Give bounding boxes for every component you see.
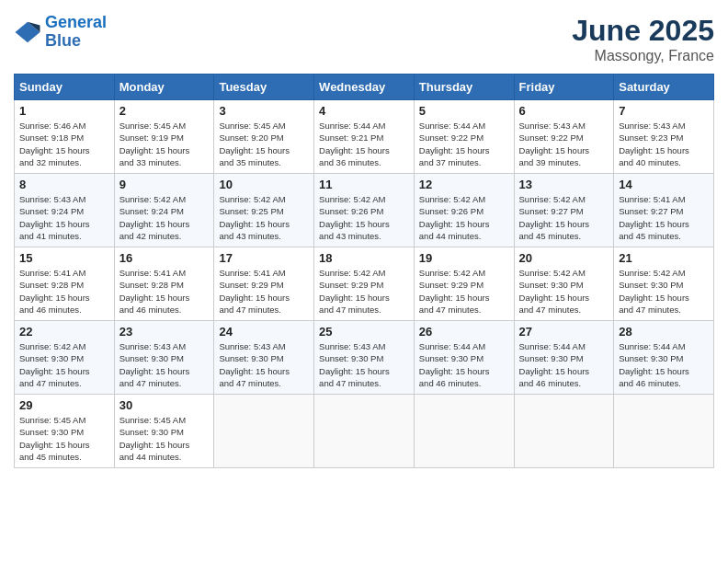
day-info: Sunrise: 5:44 AM Sunset: 9:30 PM Dayligh…	[519, 340, 609, 389]
weekday-header: Thursday	[414, 75, 514, 100]
calendar-cell: 4Sunrise: 5:44 AM Sunset: 9:21 PM Daylig…	[314, 100, 415, 174]
day-info: Sunrise: 5:44 AM Sunset: 9:21 PM Dayligh…	[319, 120, 409, 168]
weekday-header: Sunday	[15, 75, 115, 100]
day-number: 29	[19, 398, 109, 412]
day-number: 19	[419, 251, 509, 265]
day-info: Sunrise: 5:46 AM Sunset: 9:18 PM Dayligh…	[19, 120, 109, 168]
calendar-cell: 8Sunrise: 5:43 AM Sunset: 9:24 PM Daylig…	[15, 174, 115, 247]
day-number: 5	[419, 104, 509, 118]
calendar-week-row: 15Sunrise: 5:41 AM Sunset: 9:28 PM Dayli…	[15, 247, 714, 321]
day-number: 12	[419, 178, 509, 191]
day-info: Sunrise: 5:43 AM Sunset: 9:22 PM Dayligh…	[519, 120, 609, 168]
day-info: Sunrise: 5:44 AM Sunset: 9:30 PM Dayligh…	[619, 340, 709, 389]
calendar-cell: 19Sunrise: 5:42 AM Sunset: 9:29 PM Dayli…	[414, 247, 514, 321]
day-info: Sunrise: 5:43 AM Sunset: 9:30 PM Dayligh…	[219, 340, 309, 389]
day-number: 2	[119, 104, 210, 118]
calendar-cell: 6Sunrise: 5:43 AM Sunset: 9:22 PM Daylig…	[514, 100, 614, 174]
title-area: June 2025 Massongy, France	[572, 14, 714, 64]
day-info: Sunrise: 5:42 AM Sunset: 9:29 PM Dayligh…	[419, 267, 509, 316]
day-number: 27	[519, 325, 609, 339]
day-number: 30	[119, 398, 210, 412]
calendar-cell: 28Sunrise: 5:44 AM Sunset: 9:30 PM Dayli…	[614, 321, 714, 395]
calendar-cell: 26Sunrise: 5:44 AM Sunset: 9:30 PM Dayli…	[414, 321, 514, 395]
calendar-cell	[214, 395, 314, 468]
day-info: Sunrise: 5:41 AM Sunset: 9:29 PM Dayligh…	[219, 267, 309, 316]
calendar-cell: 3Sunrise: 5:45 AM Sunset: 9:20 PM Daylig…	[214, 100, 314, 174]
day-info: Sunrise: 5:43 AM Sunset: 9:24 PM Dayligh…	[19, 193, 109, 242]
logo-text: General Blue	[45, 14, 107, 51]
day-info: Sunrise: 5:45 AM Sunset: 9:30 PM Dayligh…	[19, 414, 109, 463]
day-info: Sunrise: 5:43 AM Sunset: 9:30 PM Dayligh…	[119, 340, 210, 389]
calendar-cell	[414, 395, 514, 468]
calendar-week-row: 1Sunrise: 5:46 AM Sunset: 9:18 PM Daylig…	[15, 100, 714, 174]
day-number: 14	[619, 178, 709, 191]
day-info: Sunrise: 5:42 AM Sunset: 9:30 PM Dayligh…	[519, 267, 609, 316]
day-number: 25	[319, 325, 409, 339]
day-number: 3	[219, 104, 309, 118]
day-info: Sunrise: 5:42 AM Sunset: 9:26 PM Dayligh…	[319, 193, 409, 242]
calendar-cell: 14Sunrise: 5:41 AM Sunset: 9:27 PM Dayli…	[614, 174, 714, 247]
day-number: 18	[319, 251, 409, 265]
calendar-cell: 27Sunrise: 5:44 AM Sunset: 9:30 PM Dayli…	[514, 321, 614, 395]
day-number: 11	[319, 178, 409, 191]
calendar-title: June 2025	[572, 14, 714, 48]
weekday-header: Saturday	[614, 75, 714, 100]
calendar-cell: 9Sunrise: 5:42 AM Sunset: 9:24 PM Daylig…	[114, 174, 214, 247]
day-number: 4	[319, 104, 409, 118]
calendar-cell: 12Sunrise: 5:42 AM Sunset: 9:26 PM Dayli…	[414, 174, 514, 247]
calendar-cell: 11Sunrise: 5:42 AM Sunset: 9:26 PM Dayli…	[314, 174, 415, 247]
day-number: 15	[19, 251, 109, 265]
header: General Blue June 2025 Massongy, France	[14, 14, 714, 64]
calendar-cell: 10Sunrise: 5:42 AM Sunset: 9:25 PM Dayli…	[214, 174, 314, 247]
calendar-cell: 17Sunrise: 5:41 AM Sunset: 9:29 PM Dayli…	[214, 247, 314, 321]
calendar-cell: 24Sunrise: 5:43 AM Sunset: 9:30 PM Dayli…	[214, 321, 314, 395]
day-info: Sunrise: 5:42 AM Sunset: 9:26 PM Dayligh…	[419, 193, 509, 242]
day-number: 17	[219, 251, 309, 265]
calendar-cell: 23Sunrise: 5:43 AM Sunset: 9:30 PM Dayli…	[114, 321, 214, 395]
weekday-header: Tuesday	[214, 75, 314, 100]
day-info: Sunrise: 5:44 AM Sunset: 9:30 PM Dayligh…	[419, 340, 509, 389]
day-info: Sunrise: 5:45 AM Sunset: 9:30 PM Dayligh…	[119, 414, 210, 463]
calendar-week-row: 29Sunrise: 5:45 AM Sunset: 9:30 PM Dayli…	[15, 395, 714, 468]
logo-icon	[14, 18, 41, 46]
day-number: 22	[19, 325, 109, 339]
day-number: 10	[219, 178, 309, 191]
calendar-week-row: 22Sunrise: 5:42 AM Sunset: 9:30 PM Dayli…	[15, 321, 714, 395]
calendar-cell	[314, 395, 415, 468]
calendar-cell: 1Sunrise: 5:46 AM Sunset: 9:18 PM Daylig…	[15, 100, 115, 174]
calendar-cell	[514, 395, 614, 468]
calendar-cell: 7Sunrise: 5:43 AM Sunset: 9:23 PM Daylig…	[614, 100, 714, 174]
day-info: Sunrise: 5:42 AM Sunset: 9:29 PM Dayligh…	[319, 267, 409, 316]
weekday-header: Wednesday	[314, 75, 415, 100]
calendar-cell: 18Sunrise: 5:42 AM Sunset: 9:29 PM Dayli…	[314, 247, 415, 321]
day-number: 13	[519, 178, 609, 191]
weekday-header: Friday	[514, 75, 614, 100]
calendar-cell: 21Sunrise: 5:42 AM Sunset: 9:30 PM Dayli…	[614, 247, 714, 321]
calendar-cell: 22Sunrise: 5:42 AM Sunset: 9:30 PM Dayli…	[15, 321, 115, 395]
day-number: 21	[619, 251, 709, 265]
calendar-cell: 13Sunrise: 5:42 AM Sunset: 9:27 PM Dayli…	[514, 174, 614, 247]
calendar-cell: 25Sunrise: 5:43 AM Sunset: 9:30 PM Dayli…	[314, 321, 415, 395]
day-number: 1	[19, 104, 109, 118]
day-info: Sunrise: 5:43 AM Sunset: 9:23 PM Dayligh…	[619, 120, 709, 168]
calendar-cell: 20Sunrise: 5:42 AM Sunset: 9:30 PM Dayli…	[514, 247, 614, 321]
calendar-body: 1Sunrise: 5:46 AM Sunset: 9:18 PM Daylig…	[15, 100, 714, 468]
logo: General Blue	[14, 14, 107, 51]
day-number: 7	[619, 104, 709, 118]
day-info: Sunrise: 5:44 AM Sunset: 9:22 PM Dayligh…	[419, 120, 509, 168]
day-info: Sunrise: 5:42 AM Sunset: 9:27 PM Dayligh…	[519, 193, 609, 242]
weekday-header-row: SundayMondayTuesdayWednesdayThursdayFrid…	[15, 75, 714, 100]
day-info: Sunrise: 5:45 AM Sunset: 9:19 PM Dayligh…	[119, 120, 210, 168]
day-info: Sunrise: 5:41 AM Sunset: 9:27 PM Dayligh…	[619, 193, 709, 242]
day-info: Sunrise: 5:45 AM Sunset: 9:20 PM Dayligh…	[219, 120, 309, 168]
day-info: Sunrise: 5:42 AM Sunset: 9:30 PM Dayligh…	[619, 267, 709, 316]
day-number: 20	[519, 251, 609, 265]
calendar-cell: 29Sunrise: 5:45 AM Sunset: 9:30 PM Dayli…	[15, 395, 115, 468]
day-info: Sunrise: 5:41 AM Sunset: 9:28 PM Dayligh…	[19, 267, 109, 316]
day-info: Sunrise: 5:41 AM Sunset: 9:28 PM Dayligh…	[119, 267, 210, 316]
calendar-subtitle: Massongy, France	[572, 48, 714, 64]
calendar-cell: 30Sunrise: 5:45 AM Sunset: 9:30 PM Dayli…	[114, 395, 214, 468]
day-info: Sunrise: 5:42 AM Sunset: 9:30 PM Dayligh…	[19, 340, 109, 389]
calendar-cell: 5Sunrise: 5:44 AM Sunset: 9:22 PM Daylig…	[414, 100, 514, 174]
day-number: 26	[419, 325, 509, 339]
